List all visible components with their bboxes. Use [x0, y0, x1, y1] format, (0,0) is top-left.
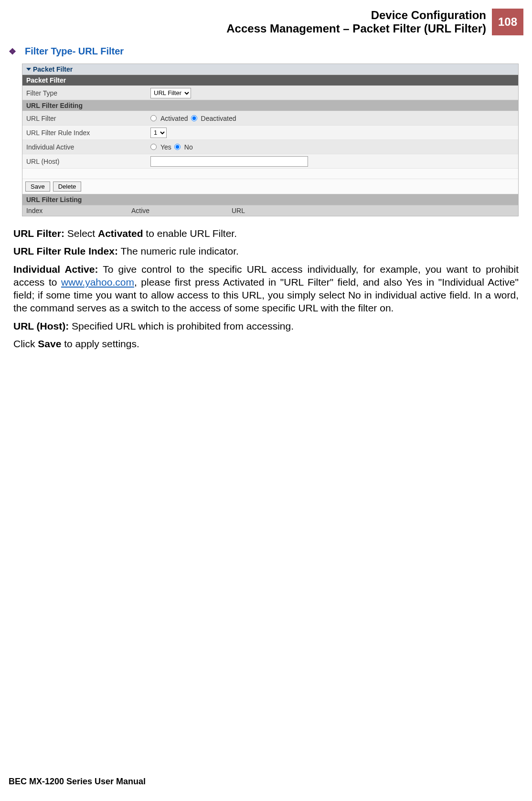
- text: The numeric rule indicator.: [118, 246, 239, 256]
- radio-deactivated[interactable]: [191, 115, 197, 121]
- save-button[interactable]: Save: [25, 182, 50, 192]
- para-rule-index: URL Filter Rule Index: The numeric rule …: [13, 245, 519, 257]
- radio-no[interactable]: [174, 144, 181, 150]
- row-url-filter: URL Filter Activated Deactivated: [22, 111, 518, 125]
- body-text: URL Filter: Select Activated to enable U…: [13, 227, 519, 350]
- router-ui-screenshot: Packet Filter Packet Filter Filter Type …: [22, 64, 519, 216]
- label-individual-active: Individual Active: [22, 141, 147, 153]
- subheader-url-filter-listing: URL Filter Listing: [22, 194, 518, 205]
- page-header: Device Configuration Access Management –…: [9, 9, 523, 35]
- input-url-host[interactable]: [150, 156, 308, 167]
- text: to enable URL Filter.: [143, 228, 237, 239]
- button-row: Save Delete: [22, 179, 518, 194]
- header-line-1: Device Configuration: [226, 9, 486, 22]
- bullet-icon: ❖: [9, 47, 16, 56]
- radio-yes[interactable]: [150, 144, 157, 150]
- row-individual-active: Individual Active Yes No: [22, 139, 518, 154]
- link-yahoo[interactable]: www.yahoo.com: [61, 277, 134, 288]
- text: Select: [64, 228, 98, 239]
- para-individual-active: Individual Active: To give control to th…: [13, 263, 519, 315]
- panel-header[interactable]: Packet Filter: [22, 64, 518, 75]
- page-number-badge: 108: [492, 9, 523, 35]
- select-filter-type[interactable]: URL Filter: [150, 88, 191, 98]
- panel-title: Packet Filter: [33, 65, 73, 73]
- para-save: Click Save to apply settings.: [13, 337, 519, 350]
- label-no: No: [184, 143, 193, 151]
- bold-url-host: URL (Host):: [13, 320, 69, 331]
- row-filter-type: Filter Type URL Filter: [22, 85, 518, 100]
- col-index: Index: [22, 205, 128, 216]
- listing-header-row: Index Active URL: [22, 205, 518, 216]
- text: Specified URL which is prohibited from a…: [69, 320, 294, 331]
- select-rule-index[interactable]: 1: [150, 128, 167, 138]
- document-page: Device Configuration Access Management –…: [0, 0, 532, 801]
- col-url: URL: [228, 205, 518, 216]
- text: to apply settings.: [61, 338, 139, 349]
- row-rule-index: URL Filter Rule Index 1: [22, 125, 518, 139]
- label-url-host: URL (Host): [22, 156, 147, 167]
- spacer-row: [22, 168, 518, 179]
- row-url-host: URL (Host): [22, 154, 518, 168]
- radio-activated[interactable]: [150, 115, 157, 121]
- caret-down-icon: [26, 68, 31, 71]
- label-filter-type: Filter Type: [22, 87, 147, 99]
- label-url-filter: URL Filter: [22, 113, 147, 124]
- subheader-url-filter-editing: URL Filter Editing: [22, 100, 518, 111]
- label-deactivated: Deactivated: [201, 115, 236, 122]
- col-active: Active: [128, 205, 228, 216]
- bold-save: Save: [38, 338, 61, 349]
- section-heading: ❖Filter Type- URL Filter: [9, 46, 523, 57]
- para-url-host: URL (Host): Specified URL which is prohi…: [13, 320, 519, 332]
- subheader-packet-filter: Packet Filter: [22, 75, 518, 85]
- bold-url-filter: URL Filter:: [13, 228, 64, 239]
- section-title-text: Filter Type- URL Filter: [25, 46, 124, 56]
- bold-rule-index: URL Filter Rule Index:: [13, 246, 118, 256]
- bold-individual-active: Individual Active:: [13, 264, 98, 275]
- header-title-block: Device Configuration Access Management –…: [226, 9, 492, 35]
- delete-button[interactable]: Delete: [53, 182, 82, 192]
- bold-activated: Activated: [98, 228, 143, 239]
- footer-text: BEC MX-1200 Series User Manual: [9, 777, 146, 787]
- label-yes: Yes: [160, 143, 171, 151]
- text: Click: [13, 338, 38, 349]
- header-line-2: Access Management – Packet Filter (URL F…: [226, 22, 486, 35]
- label-rule-index: URL Filter Rule Index: [22, 127, 147, 139]
- para-url-filter: URL Filter: Select Activated to enable U…: [13, 227, 519, 240]
- label-activated: Activated: [160, 115, 188, 122]
